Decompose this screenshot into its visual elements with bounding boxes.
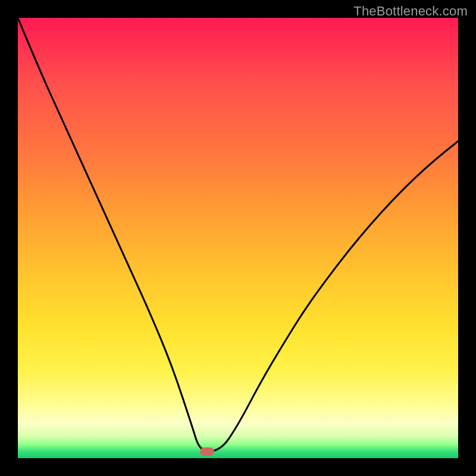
optimum-marker (200, 447, 214, 456)
watermark-text: TheBottleneck.com (353, 4, 468, 19)
bottleneck-curve (18, 18, 458, 458)
chart-frame: TheBottleneck.com (0, 0, 476, 476)
plot-area (18, 18, 458, 458)
